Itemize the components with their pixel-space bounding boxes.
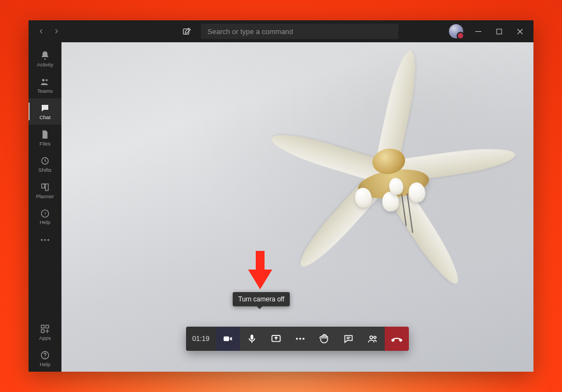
window-controls <box>468 20 530 42</box>
app-window: Search or type a command Activity <box>29 20 533 372</box>
rail-item-files[interactable]: Files <box>29 125 61 151</box>
share-icon <box>271 333 282 344</box>
show-conversation-button[interactable] <box>336 327 361 351</box>
camera-toggle-button[interactable] <box>216 327 240 351</box>
teams-icon <box>40 77 50 87</box>
files-icon <box>40 130 50 139</box>
apps-icon <box>40 324 50 334</box>
svg-point-5 <box>42 79 45 82</box>
rail-more-button[interactable] <box>29 230 61 250</box>
rail-item-activity[interactable]: Activity <box>29 46 61 72</box>
back-button[interactable] <box>34 24 48 38</box>
rail-label: Apps <box>39 335 51 341</box>
forward-button[interactable] <box>49 24 64 38</box>
hang-up-button[interactable] <box>385 327 409 351</box>
svg-rect-9 <box>46 184 48 191</box>
svg-point-19 <box>44 357 46 358</box>
app-rail: Activity Teams Chat Files Shifts Planner <box>29 42 61 372</box>
tooltip: Turn camera off <box>233 292 290 306</box>
svg-rect-20 <box>224 337 229 341</box>
people-icon <box>367 333 378 344</box>
rail-item-teams[interactable]: Teams <box>29 72 61 98</box>
mic-toggle-button[interactable] <box>240 327 264 351</box>
svg-point-29 <box>374 336 376 338</box>
svg-point-23 <box>296 338 298 340</box>
rail-label: Teams <box>37 88 53 94</box>
avatar[interactable] <box>449 24 463 38</box>
svg-rect-21 <box>251 335 254 340</box>
rail-item-help[interactable]: Help <box>29 345 61 372</box>
rail-label: Chat <box>40 115 50 120</box>
nav-arrows <box>34 24 64 38</box>
mic-icon <box>246 333 257 344</box>
rail-label: Files <box>40 141 50 147</box>
new-chat-button[interactable] <box>179 24 194 39</box>
rail-label: Shifts <box>38 167 52 173</box>
rail-item-apps[interactable]: Apps <box>29 319 61 345</box>
share-screen-button[interactable] <box>264 327 288 351</box>
rail-label: Planner <box>36 194 54 199</box>
svg-point-28 <box>370 336 373 339</box>
search-input[interactable]: Search or type a command <box>201 24 398 39</box>
compose-icon <box>182 27 192 36</box>
show-participants-button[interactable] <box>361 327 385 351</box>
close-button[interactable] <box>509 20 530 42</box>
planner-icon <box>40 182 50 192</box>
more-icon <box>295 337 306 341</box>
shifts-icon <box>40 156 50 166</box>
svg-point-6 <box>46 79 48 81</box>
svg-point-25 <box>302 338 305 340</box>
hangup-icon <box>391 333 403 345</box>
rail-item-chat[interactable]: Chat <box>29 98 61 125</box>
call-duration: 01:19 <box>186 327 216 351</box>
rail-item-help-top[interactable]: ? Help <box>29 204 61 230</box>
camera-icon <box>222 333 233 344</box>
annotation-arrow-icon <box>247 251 273 289</box>
search-placeholder: Search or type a command <box>207 27 293 36</box>
chat-icon <box>343 333 354 344</box>
svg-rect-15 <box>41 325 44 328</box>
svg-text:?: ? <box>44 211 47 216</box>
tooltip-text: Turn camera off <box>238 295 284 303</box>
svg-point-24 <box>299 338 301 340</box>
svg-rect-17 <box>41 329 44 332</box>
minimize-button[interactable] <box>468 20 488 42</box>
chat-icon <box>40 103 50 113</box>
svg-point-13 <box>44 239 46 240</box>
maximize-button[interactable] <box>488 20 509 42</box>
help-icon: ? <box>41 209 49 218</box>
raise-hand-button[interactable] <box>312 327 336 351</box>
hand-icon <box>319 333 330 344</box>
svg-rect-16 <box>46 325 49 328</box>
video-area: Turn camera off 01:19 <box>61 42 533 372</box>
svg-point-12 <box>41 239 42 240</box>
svg-point-14 <box>47 239 49 240</box>
rail-item-planner[interactable]: Planner <box>29 177 61 204</box>
call-controls: 01:19 <box>186 327 409 351</box>
ceiling-fan-image <box>257 57 533 292</box>
more-actions-button[interactable] <box>288 327 312 351</box>
rail-label: Help <box>40 362 50 367</box>
rail-item-shifts[interactable]: Shifts <box>29 151 61 177</box>
svg-rect-1 <box>475 31 481 32</box>
rail-label: Help <box>40 220 50 225</box>
svg-rect-8 <box>42 184 44 188</box>
svg-rect-2 <box>497 29 502 34</box>
more-icon <box>40 238 50 242</box>
help-icon <box>40 350 50 360</box>
titlebar: Search or type a command <box>29 20 533 42</box>
app-body: Activity Teams Chat Files Shifts Planner <box>29 42 533 372</box>
bell-icon <box>40 51 50 60</box>
rail-label: Activity <box>37 62 53 68</box>
